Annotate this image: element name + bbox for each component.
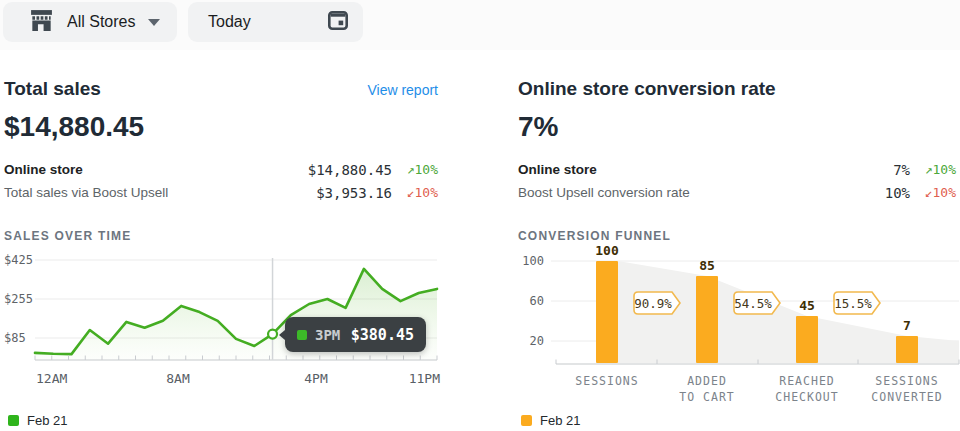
- store-selector-label: All Stores: [67, 13, 135, 31]
- metric-row-online-store: Online store 7% ↗10%: [518, 158, 956, 181]
- svg-text:45: 45: [799, 298, 815, 313]
- metric-value: 10%: [885, 185, 910, 201]
- funnel-bar[interactable]: [696, 276, 718, 363]
- funnel-bar[interactable]: [896, 336, 918, 363]
- total-sales-panel: Total sales View report $14,880.45 Onlin…: [4, 70, 438, 243]
- svg-text:100: 100: [595, 243, 619, 258]
- topbar: All Stores Today: [0, 0, 960, 50]
- store-selector-button[interactable]: All Stores: [3, 2, 177, 42]
- total-sales-value: $14,880.45: [4, 111, 438, 143]
- legend-swatch-orange: [521, 415, 532, 426]
- tooltip-series-swatch: [297, 330, 307, 340]
- svg-text:15.5%: 15.5%: [834, 296, 872, 311]
- svg-text:90.9%: 90.9%: [634, 296, 672, 311]
- chart-tooltip: 3PM $380.45: [285, 317, 426, 352]
- metric-value: $14,880.45: [308, 162, 392, 178]
- storefront-icon: [29, 9, 54, 36]
- calendar-icon: [326, 8, 350, 36]
- legend-swatch-green: [8, 415, 19, 426]
- hovered-data-point[interactable]: [268, 330, 277, 339]
- svg-text:20: 20: [530, 334, 544, 348]
- metric-label: Total sales via Boost Upsell: [4, 185, 316, 200]
- tooltip-value: $380.45: [351, 326, 414, 344]
- svg-text:REACHED: REACHED: [779, 374, 834, 388]
- svg-text:$425: $425: [4, 253, 33, 267]
- metric-value: $3,953.16: [316, 185, 392, 201]
- chevron-down-icon: [148, 19, 160, 26]
- tooltip-time: 3PM: [315, 327, 340, 343]
- metric-delta-down: ↙10%: [910, 185, 956, 200]
- metric-delta-up: ↗10%: [910, 162, 956, 177]
- metric-row-online-store: Online store $14,880.45 ↗10%: [4, 158, 438, 181]
- metric-delta-down: ↙10%: [392, 185, 438, 200]
- svg-text:7: 7: [903, 318, 911, 333]
- svg-text:4PM: 4PM: [304, 371, 328, 386]
- total-sales-title: Total sales: [4, 78, 101, 100]
- svg-text:12AM: 12AM: [36, 371, 67, 386]
- date-selector-button[interactable]: Today: [188, 2, 363, 42]
- funnel-bar[interactable]: [596, 261, 618, 363]
- svg-text:ADDED: ADDED: [687, 374, 727, 388]
- conversion-funnel-heading: CONVERSION FUNNEL: [518, 229, 956, 243]
- conversion-rate-value: 7%: [518, 111, 956, 143]
- funnel-bar[interactable]: [796, 316, 818, 363]
- svg-text:CONVERTED: CONVERTED: [871, 390, 942, 404]
- sales-chart-legend: Feb 21: [8, 413, 67, 428]
- sales-over-time-heading: SALES OVER TIME: [4, 229, 438, 243]
- svg-text:$255: $255: [4, 292, 33, 306]
- conversion-rate-title: Online store conversion rate: [518, 78, 776, 100]
- date-selector-label: Today: [208, 13, 251, 31]
- metric-value: 7%: [893, 162, 910, 178]
- svg-text:60: 60: [530, 294, 544, 308]
- legend-label: Feb 21: [540, 413, 580, 428]
- svg-text:8AM: 8AM: [166, 371, 190, 386]
- funnel-chart-legend: Feb 21: [521, 413, 580, 428]
- metric-delta-up: ↗10%: [392, 162, 438, 177]
- metric-label: Boost Upsell conversion rate: [518, 185, 885, 200]
- metric-label: Online store: [518, 162, 893, 177]
- metric-label: Online store: [4, 162, 308, 177]
- metric-row-boost-upsell: Total sales via Boost Upsell $3,953.16 ↙…: [4, 181, 438, 204]
- svg-text:11PM: 11PM: [409, 371, 440, 386]
- svg-text:SESSIONS: SESSIONS: [575, 374, 638, 388]
- svg-text:85: 85: [699, 258, 715, 273]
- conversion-funnel-chart[interactable]: 10060201008545790.9%54.5%15.5%SESSIONSAD…: [518, 242, 960, 404]
- svg-text:CHECKOUT: CHECKOUT: [775, 390, 838, 404]
- svg-text:SESSIONS: SESSIONS: [875, 374, 938, 388]
- metric-row-boost-upsell: Boost Upsell conversion rate 10% ↙10%: [518, 181, 956, 204]
- svg-text:TO CART: TO CART: [679, 390, 734, 404]
- svg-text:100: 100: [522, 254, 544, 268]
- legend-label: Feb 21: [27, 413, 67, 428]
- svg-text:$85: $85: [4, 331, 26, 345]
- view-report-link[interactable]: View report: [367, 82, 438, 98]
- svg-text:54.5%: 54.5%: [734, 296, 772, 311]
- conversion-rate-panel: Online store conversion rate 7% Online s…: [518, 70, 956, 243]
